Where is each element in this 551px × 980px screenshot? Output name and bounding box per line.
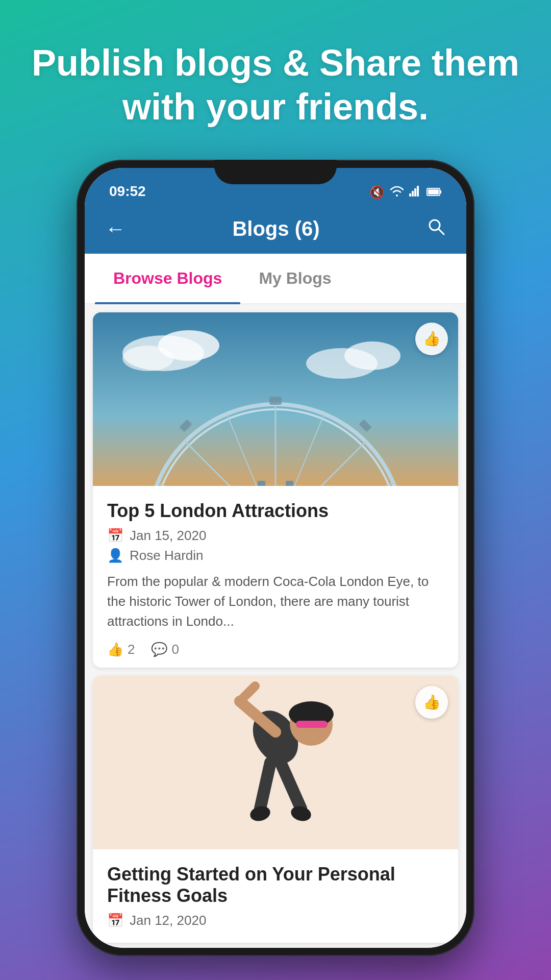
blog-1-comments: 💬 0 <box>151 642 179 657</box>
status-time: 09:52 <box>109 183 146 200</box>
svg-line-8 <box>439 229 444 234</box>
tab-my-blogs[interactable]: My Blogs <box>240 254 349 303</box>
blog-2-date-row: 📅 Jan 12, 2020 <box>107 913 444 928</box>
blog-1-title[interactable]: Top 5 London Attractions <box>107 500 444 522</box>
blog-1-author-row: 👤 Rose Hardin <box>107 548 444 564</box>
svg-point-14 <box>344 341 400 370</box>
calendar-icon: 📅 <box>107 528 123 544</box>
svg-rect-40 <box>296 721 328 728</box>
status-icons: 🔇 <box>369 185 442 200</box>
svg-rect-1 <box>412 191 414 197</box>
signal-icon <box>409 185 421 200</box>
blog-1-likes: 👍 2 <box>107 642 135 657</box>
svg-rect-35 <box>286 481 293 486</box>
blog-1-date-row: 📅 Jan 15, 2020 <box>107 528 444 544</box>
svg-rect-2 <box>414 188 416 197</box>
wifi-icon <box>390 185 404 200</box>
blog-card-2-image: 👍 <box>93 676 458 849</box>
svg-rect-6 <box>428 189 439 194</box>
person-icon: 👤 <box>107 548 123 564</box>
back-button[interactable]: ← <box>105 217 126 240</box>
blog-1-excerpt: From the popular & modern Coca-Cola Lond… <box>107 572 444 631</box>
svg-rect-5 <box>440 190 441 193</box>
phone-screen: 09:52 🔇 <box>85 168 466 948</box>
blog-1-stats: 👍 2 💬 0 <box>107 642 444 657</box>
battery-icon <box>427 185 442 200</box>
search-button[interactable] <box>427 217 446 241</box>
blog-card-1-body: Top 5 London Attractions 📅 Jan 15, 2020 … <box>93 486 458 668</box>
svg-rect-34 <box>258 481 265 486</box>
blog-2-date: Jan 12, 2020 <box>130 913 206 928</box>
tab-browse-blogs[interactable]: Browse Blogs <box>95 254 240 303</box>
content-scroll[interactable]: 👍 Top 5 London Attractions 📅 Jan 15, 202… <box>85 304 466 948</box>
blog-card-2-body: Getting Started on Your Personal Fitness… <box>93 849 458 943</box>
blog-1-date: Jan 15, 2020 <box>130 528 206 544</box>
tabs-bar: Browse Blogs My Blogs <box>85 254 466 304</box>
blog-card-1[interactable]: 👍 Top 5 London Attractions 📅 Jan 15, 202… <box>93 312 458 668</box>
svg-rect-0 <box>409 193 411 197</box>
blog-2-title[interactable]: Getting Started on Your Personal Fitness… <box>107 864 444 906</box>
fitness-background <box>93 676 458 849</box>
thumbs-up-small-icon: 👍 <box>107 642 123 657</box>
thumbs-up-icon: 👍 <box>423 330 441 347</box>
like-button-2[interactable]: 👍 <box>415 686 448 719</box>
app-bar-title: Blogs (6) <box>232 217 319 240</box>
comment-icon: 💬 <box>151 642 167 657</box>
app-bar: ← Blogs (6) <box>85 205 466 254</box>
mute-icon: 🔇 <box>369 185 385 200</box>
blog-card-2[interactable]: 👍 Getting Started on Your Personal Fitne… <box>93 676 458 943</box>
blog-card-1-image: 👍 <box>93 312 458 486</box>
thumbs-up-icon-2: 👍 <box>423 694 441 710</box>
calendar-icon-2: 📅 <box>107 913 123 928</box>
svg-rect-26 <box>269 397 282 405</box>
blog-1-author: Rose Hardin <box>130 548 204 564</box>
hero-tagline: Publish blogs & Share them with your fri… <box>0 41 551 129</box>
blog-1-comment-count: 0 <box>171 642 179 657</box>
phone-shell: 09:52 🔇 <box>77 160 474 956</box>
svg-point-12 <box>122 346 173 371</box>
blog-1-like-count: 2 <box>128 642 135 657</box>
london-eye-background <box>93 312 458 486</box>
phone-notch <box>214 160 337 184</box>
like-button-1[interactable]: 👍 <box>415 323 448 355</box>
svg-rect-3 <box>417 186 419 197</box>
